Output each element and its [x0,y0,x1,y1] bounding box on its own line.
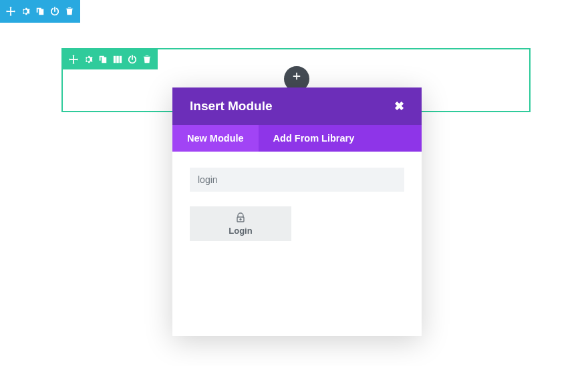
module-search-input[interactable] [190,168,404,192]
power-icon[interactable] [47,0,62,23]
close-icon[interactable]: ✖ [394,99,404,114]
modal-title: Insert Module [190,99,273,114]
svg-point-1 [240,218,241,220]
module-card-login[interactable]: Login [190,206,291,241]
columns-icon[interactable] [110,49,125,69]
section-toolbar [0,0,80,23]
trash-icon[interactable] [62,0,77,23]
module-card-label: Login [229,226,252,236]
move-icon[interactable] [66,49,81,69]
duplicate-icon[interactable] [96,49,110,69]
insert-module-modal: Insert Module ✖ New Module Add From Libr… [172,87,422,336]
tab-add-from-library[interactable]: Add From Library [259,125,370,152]
trash-icon[interactable] [140,49,154,69]
gear-icon[interactable] [18,0,33,23]
tab-new-module[interactable]: New Module [172,125,259,152]
plus-icon [292,71,301,81]
modal-tabs: New Module Add From Library [172,125,422,152]
power-icon[interactable] [125,49,140,69]
lock-icon [235,212,246,223]
duplicate-icon[interactable] [33,0,47,23]
row-toolbar [63,49,158,69]
modal-body: Login [172,152,422,336]
modal-header: Insert Module ✖ [172,87,422,125]
gear-icon[interactable] [81,49,96,69]
move-icon[interactable] [3,0,18,23]
